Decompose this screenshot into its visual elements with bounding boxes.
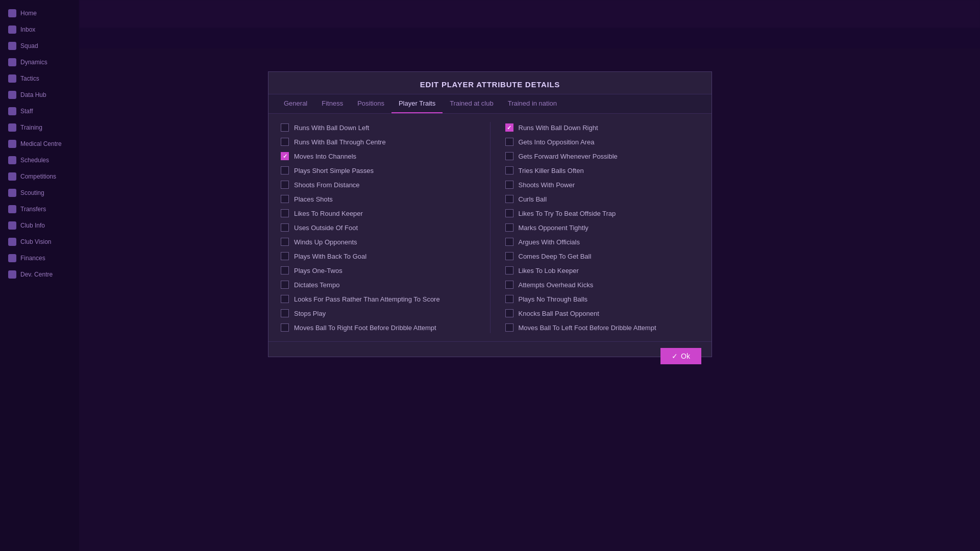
modal-title: EDIT PLAYER ATTRIBUTE DETAILS <box>268 72 712 94</box>
tab-positions[interactable]: Positions <box>350 94 391 113</box>
left-trait-item[interactable]: Shoots From Distance <box>279 179 477 190</box>
trait-checkbox[interactable] <box>505 323 513 332</box>
sidebar-item-transfers[interactable]: Transfers <box>0 201 79 217</box>
sidebar-item-tactics[interactable]: Tactics <box>0 70 79 87</box>
sidebar-item-home[interactable]: Home <box>0 5 79 21</box>
sidebar-item-competitions[interactable]: Competitions <box>0 168 79 185</box>
trait-checkbox[interactable] <box>281 181 289 189</box>
trait-checkbox[interactable] <box>505 152 513 160</box>
tab-player-traits[interactable]: Player Traits <box>391 94 443 113</box>
sidebar-item-scouting[interactable]: Scouting <box>0 185 79 201</box>
trait-checkbox[interactable] <box>281 309 289 317</box>
left-trait-item[interactable]: Moves Ball To Right Foot Before Dribble … <box>279 322 477 333</box>
trait-checkbox[interactable] <box>505 295 513 303</box>
ok-checkmark-icon: ✓ <box>672 352 678 360</box>
sidebar-item-dev.-centre[interactable]: Dev. Centre <box>0 266 79 283</box>
left-trait-item[interactable]: Plays One-Twos <box>279 265 477 276</box>
trait-checkbox[interactable] <box>281 138 289 146</box>
tab-general[interactable]: General <box>277 94 314 113</box>
sidebar-item-finances[interactable]: Finances <box>0 250 79 266</box>
sidebar-icon <box>8 270 16 279</box>
sidebar-item-data-hub[interactable]: Data Hub <box>0 87 79 103</box>
trait-checkbox[interactable] <box>281 252 289 260</box>
trait-checkbox[interactable] <box>281 223 289 232</box>
trait-checkbox[interactable] <box>505 238 513 246</box>
right-trait-item[interactable]: Curls Ball <box>503 193 702 205</box>
trait-label: Moves Into Channels <box>294 153 356 160</box>
right-trait-item[interactable]: Comes Deep To Get Ball <box>503 251 702 262</box>
sidebar-item-schedules[interactable]: Schedules <box>0 152 79 168</box>
left-trait-item[interactable]: Likes To Round Keeper <box>279 208 477 219</box>
sidebar-item-club-info[interactable]: Club Info <box>0 217 79 234</box>
left-trait-item[interactable]: Plays Short Simple Passes <box>279 165 477 176</box>
sidebar-item-training[interactable]: Training <box>0 119 79 136</box>
right-trait-item[interactable]: Argues With Officials <box>503 236 702 247</box>
trait-checkbox[interactable] <box>281 238 289 246</box>
left-trait-item[interactable]: Runs With Ball Down Left <box>279 122 477 133</box>
sidebar-item-dynamics[interactable]: Dynamics <box>0 54 79 70</box>
sidebar-item-medical-centre[interactable]: Medical Centre <box>0 136 79 152</box>
trait-checkbox[interactable] <box>281 152 289 160</box>
trait-checkbox[interactable] <box>281 166 289 174</box>
trait-checkbox[interactable] <box>505 281 513 289</box>
right-trait-item[interactable]: Marks Opponent Tightly <box>503 222 702 233</box>
trait-checkbox[interactable] <box>505 123 513 132</box>
right-trait-item[interactable]: Moves Ball To Left Foot Before Dribble A… <box>503 322 702 333</box>
ok-button[interactable]: ✓ Ok <box>660 348 701 364</box>
trait-label: Argues With Officials <box>519 238 580 246</box>
right-trait-item[interactable]: Likes To Try To Beat Offside Trap <box>503 208 702 219</box>
sidebar-item-label: Transfers <box>20 206 46 213</box>
trait-checkbox[interactable] <box>505 181 513 189</box>
modal-body: Runs With Ball Down LeftRuns With Ball T… <box>268 114 712 341</box>
trait-checkbox[interactable] <box>281 195 289 203</box>
sidebar-item-label: Dynamics <box>20 59 47 66</box>
left-trait-item[interactable]: Dictates Tempo <box>279 279 477 290</box>
left-trait-item[interactable]: Stops Play <box>279 308 477 319</box>
trait-checkbox[interactable] <box>505 266 513 274</box>
trait-checkbox[interactable] <box>505 138 513 146</box>
right-trait-item[interactable]: Tries Killer Balls Often <box>503 165 702 176</box>
sidebar-item-club-vision[interactable]: Club Vision <box>0 234 79 250</box>
topbar-bg <box>79 0 980 28</box>
left-trait-item[interactable]: Places Shots <box>279 193 477 205</box>
trait-checkbox[interactable] <box>281 123 289 132</box>
tab-fitness[interactable]: Fitness <box>314 94 350 113</box>
trait-checkbox[interactable] <box>281 209 289 217</box>
tab-trained-in-nation[interactable]: Trained in nation <box>501 94 564 113</box>
trait-checkbox[interactable] <box>505 166 513 174</box>
right-trait-item[interactable]: Knocks Ball Past Opponent <box>503 308 702 319</box>
sidebar-item-inbox[interactable]: Inbox <box>0 21 79 38</box>
left-trait-item[interactable]: Runs With Ball Through Centre <box>279 136 477 147</box>
left-trait-item[interactable]: Plays With Back To Goal <box>279 251 477 262</box>
trait-checkbox[interactable] <box>505 252 513 260</box>
trait-label: Tries Killer Balls Often <box>519 167 584 174</box>
trait-checkbox[interactable] <box>505 309 513 317</box>
right-trait-item[interactable]: Gets Into Opposition Area <box>503 136 702 147</box>
trait-checkbox[interactable] <box>281 266 289 274</box>
trait-checkbox[interactable] <box>505 223 513 232</box>
sidebar-icon <box>8 172 16 181</box>
right-trait-item[interactable]: Shoots With Power <box>503 179 702 190</box>
right-trait-item[interactable]: Attempts Overhead Kicks <box>503 279 702 290</box>
right-trait-item[interactable]: Runs With Ball Down Right <box>503 122 702 133</box>
right-trait-item[interactable]: Gets Forward Whenever Possible <box>503 151 702 162</box>
left-trait-item[interactable]: Moves Into Channels <box>279 151 477 162</box>
trait-checkbox[interactable] <box>281 323 289 332</box>
left-trait-item[interactable]: Uses Outside Of Foot <box>279 222 477 233</box>
trait-checkbox[interactable] <box>505 195 513 203</box>
trait-checkbox[interactable] <box>505 209 513 217</box>
sidebar-icon <box>8 26 16 34</box>
left-trait-item[interactable]: Winds Up Opponents <box>279 236 477 247</box>
trait-checkbox[interactable] <box>281 295 289 303</box>
subnav-bg <box>79 28 980 48</box>
tab-trained-at-club[interactable]: Trained at club <box>443 94 501 113</box>
sidebar-item-label: Dev. Centre <box>20 271 53 278</box>
trait-label: Plays With Back To Goal <box>294 253 366 260</box>
sidebar-icon <box>8 221 16 230</box>
trait-checkbox[interactable] <box>281 281 289 289</box>
right-trait-item[interactable]: Plays No Through Balls <box>503 293 702 305</box>
sidebar-item-squad[interactable]: Squad <box>0 38 79 54</box>
left-trait-item[interactable]: Looks For Pass Rather Than Attempting To… <box>279 293 477 305</box>
right-trait-item[interactable]: Likes To Lob Keeper <box>503 265 702 276</box>
sidebar-item-staff[interactable]: Staff <box>0 103 79 119</box>
